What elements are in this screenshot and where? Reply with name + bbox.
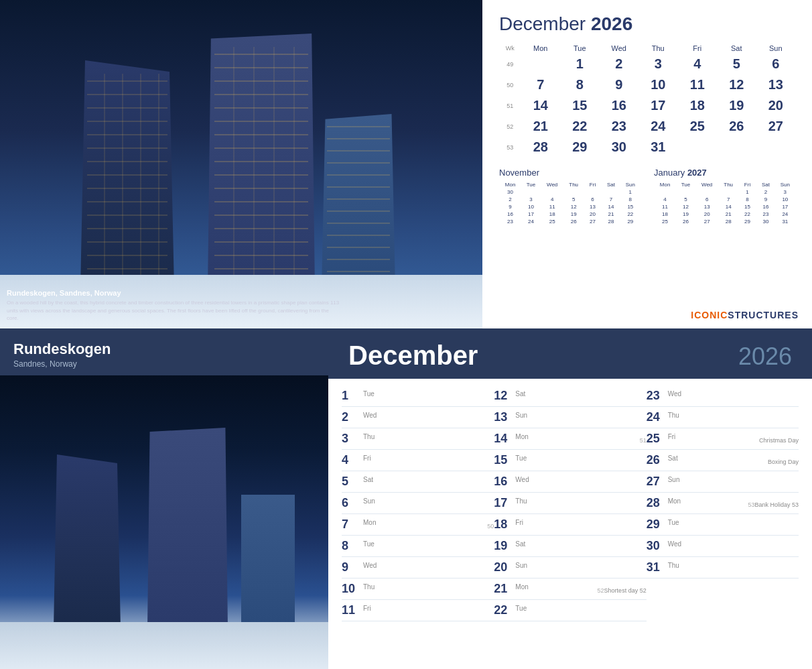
day-entry: 16Wed: [494, 471, 646, 493]
day-name: Sat: [515, 390, 640, 401]
mini-day-cell: 14: [602, 203, 620, 210]
day-name: Fri: [363, 454, 488, 465]
mini-day-cell: 15: [738, 203, 756, 210]
caption-text: On a wooded hill by the coast, this hybr…: [7, 299, 342, 322]
day-name: Tue: [668, 519, 793, 530]
bottom-section: Rundeskogen Sandnes, Norway December 202…: [0, 328, 812, 669]
mini-col-header: Tue: [521, 181, 541, 188]
day-number: 31: [647, 560, 665, 574]
mini-day-cell: 18: [654, 210, 676, 218]
week-number: 50: [487, 523, 494, 530]
day-cell: 9: [600, 74, 639, 95]
day-entry: 4Fri: [342, 450, 494, 471]
day-number: 6: [342, 496, 360, 510]
mini-day-cell: 24: [521, 218, 541, 225]
mini-col-header: Wed: [695, 181, 719, 188]
mini-day-cell: 8: [738, 196, 756, 203]
day-cell: 7: [521, 74, 561, 95]
day-entry: 12Sat: [494, 385, 646, 407]
mini-day-cell: 29: [738, 218, 756, 225]
day-number: 15: [494, 453, 513, 467]
day-name: Mon: [515, 433, 631, 444]
day-cell: 14: [521, 95, 561, 116]
day-entry: 24Thu: [647, 407, 799, 428]
mini-day-cell: 23: [756, 210, 774, 218]
mini-day-cell: 2: [499, 196, 521, 203]
day-name: Sat: [363, 476, 488, 487]
week-number: 53: [748, 501, 754, 508]
mini-day-cell: 5: [676, 196, 695, 203]
main-calendar-table: Wk Mon Tue Wed Thu Fri Sat Sun 491234565…: [499, 43, 795, 158]
mini-day-cell: 9: [499, 203, 521, 210]
wk-cell: 50: [499, 74, 521, 95]
mini-day-cell: 5: [563, 196, 583, 203]
mini-day-cell: 3: [775, 188, 795, 196]
mini-day-cell: [676, 188, 695, 196]
mini-day-cell: 18: [541, 210, 564, 218]
mini-day-cell: 26: [676, 218, 695, 225]
mini-day-cell: 13: [695, 203, 719, 210]
day-number: 5: [342, 475, 360, 489]
thu-header: Thu: [638, 43, 678, 54]
sun-header: Sun: [756, 43, 796, 54]
building-tower-1: [80, 60, 174, 288]
wk-cell: 53: [499, 137, 521, 158]
mini-day-cell: 19: [676, 210, 695, 218]
day-entry: 17Thu: [494, 493, 646, 514]
day-entry: 13Sun: [494, 407, 646, 428]
wk-cell: 51: [499, 95, 521, 116]
day-cell: 16: [600, 95, 639, 116]
day-number: 2: [342, 410, 360, 424]
calendar-days-grid: 1Tue2Wed3Thu4Fri5Sat6Sun7Mon508Tue9Wed10…: [328, 379, 812, 628]
mini-day-cell: 28: [718, 218, 738, 225]
day-number: 18: [494, 518, 513, 532]
mini-day-cell: 9: [756, 196, 774, 203]
mini-january: January 2027 MonTueWedThuFriSatSun 12345…: [654, 168, 795, 225]
mini-november: November MonTueWedThuFriSatSun 301234567…: [499, 168, 640, 225]
day-name: Wed: [363, 562, 488, 572]
day-name: Wed: [515, 476, 640, 487]
mini-day-cell: 19: [563, 210, 583, 218]
brand-iconic: ICONIC: [691, 310, 728, 320]
b-ground: [0, 622, 328, 669]
day-cell: [521, 54, 561, 74]
b-tower-1: [54, 454, 121, 629]
day-name: Sun: [515, 562, 640, 572]
mini-day-cell: 7: [602, 196, 620, 203]
mini-day-cell: 11: [654, 203, 676, 210]
day-number: 11: [342, 603, 360, 617]
mini-day-cell: [521, 188, 541, 196]
day-entry: 15Tue: [494, 450, 646, 471]
day-number: 25: [647, 432, 665, 446]
bottom-building-name: Rundeskogen: [13, 341, 315, 358]
mini-day-cell: [654, 188, 676, 196]
day-number: 10: [342, 582, 360, 596]
day-number: 30: [647, 539, 665, 553]
top-section: Rundeskogen, Sandnes, Norway On a wooded…: [0, 0, 812, 328]
day-name: Fri: [363, 605, 488, 615]
day-entry: 5Sat: [342, 471, 494, 493]
day-number: 28: [647, 496, 665, 510]
mini-day-cell: 6: [584, 196, 602, 203]
day-entry: 3Thu: [342, 428, 494, 450]
mini-day-cell: 15: [620, 203, 640, 210]
mini-col-header: Sat: [602, 181, 620, 188]
day-entry: 9Wed: [342, 557, 494, 579]
day-number: 26: [647, 453, 665, 467]
day-number: 22: [494, 603, 513, 617]
day-number: 19: [494, 539, 513, 553]
day-name: Sun: [363, 497, 488, 508]
day-entry: 27Sun: [647, 471, 799, 493]
mini-day-cell: 1: [738, 188, 756, 196]
day-cell: 3: [638, 54, 678, 74]
day-cell: 13: [756, 74, 796, 95]
mini-day-cell: 14: [718, 203, 738, 210]
day-name: Sat: [515, 540, 640, 551]
caption-box: Rundeskogen, Sandnes, Norway On a wooded…: [7, 289, 342, 322]
day-number: 23: [647, 389, 665, 403]
mini-col-header: Tue: [676, 181, 695, 188]
main-month-title: December 2026: [499, 13, 795, 35]
building-photo-top: [0, 0, 482, 328]
day-note: Christmas Day: [759, 437, 799, 444]
day-entry: 7Mon50: [342, 514, 494, 536]
